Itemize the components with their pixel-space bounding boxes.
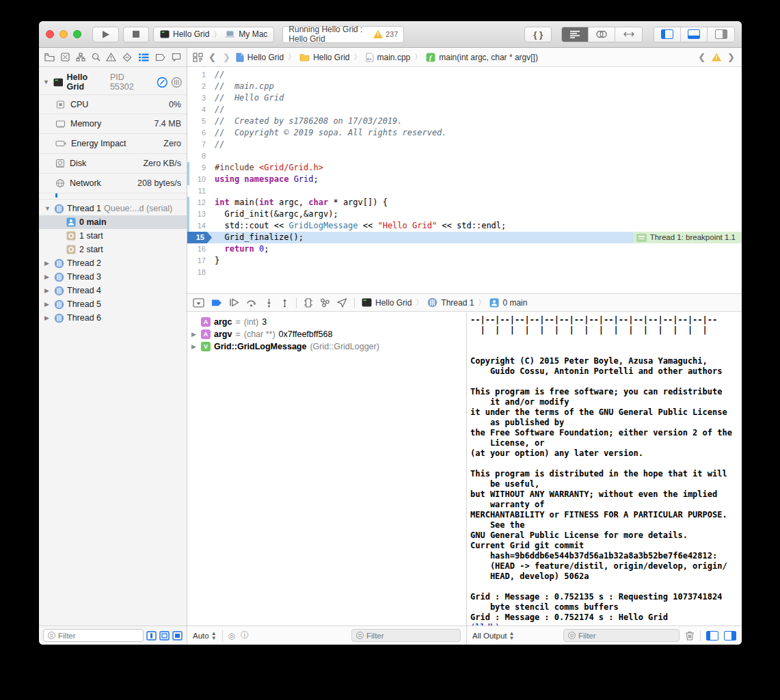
find-navigator-tab[interactable]	[92, 53, 100, 62]
scheme-selector[interactable]: Hello Grid 〉 My Mac	[153, 27, 274, 42]
line-number[interactable]: 18	[187, 267, 212, 278]
line-number[interactable]: 12	[187, 197, 212, 208]
line-number[interactable]: 2	[187, 81, 212, 92]
gauge-row-energy-impact[interactable]: Energy ImpactZero	[39, 134, 187, 154]
toggle-inspector-panel-button[interactable]	[708, 27, 734, 42]
line-number[interactable]: 9	[187, 162, 212, 174]
variable-row[interactable]: ▶VGrid::GridLogMessage(Grid::GridLogger)	[191, 340, 466, 353]
debugbar-crumb[interactable]: 0 main	[489, 298, 527, 308]
project-navigator-tab[interactable]	[44, 53, 55, 62]
variables-filter-field[interactable]	[351, 629, 461, 642]
line-number[interactable]: 6	[187, 127, 212, 139]
thread-row[interactable]: ▶Thread 6	[39, 311, 187, 325]
console-scope-selector[interactable]: All Output ▲▼	[472, 631, 514, 641]
disclosure-triangle-icon[interactable]: ▶	[44, 273, 51, 280]
process-row[interactable]: ▼ Hello Grid PID 55302	[39, 67, 187, 94]
toggle-console-view-button[interactable]	[724, 631, 736, 641]
issue-warning-icon[interactable]	[712, 53, 721, 62]
jumpbar-item[interactable]: Hello Grid	[299, 53, 349, 62]
stack-frame-row[interactable]: 0 main	[39, 215, 187, 229]
activity-viewer[interactable]: Running Hello Grid : Hello Grid 237	[282, 26, 404, 43]
quicklook-icon[interactable]: ◎	[228, 631, 235, 641]
line-number[interactable]: 8	[187, 150, 212, 162]
disclosure-triangle-icon[interactable]: ▶	[191, 331, 198, 338]
thread-row[interactable]: ▶Thread 2	[39, 256, 187, 270]
filter-stack-frames-button[interactable]	[159, 631, 170, 641]
line-number[interactable]: 1	[187, 69, 212, 81]
debugbar-crumb[interactable]: Hello Grid	[362, 298, 412, 308]
disclosure-triangle-icon[interactable]: ▶	[44, 314, 51, 321]
thread-row[interactable]: ▶Thread 5	[39, 297, 187, 311]
breakpoint-navigator-tab[interactable]	[155, 53, 165, 62]
standard-editor-button[interactable]	[562, 27, 589, 42]
variable-row[interactable]: Aargc=(int)3	[191, 316, 466, 328]
gauge-row-network[interactable]: Network208 bytes/s	[39, 174, 187, 193]
line-number[interactable]: 13	[187, 208, 212, 220]
info-icon[interactable]: ⓘ	[241, 630, 249, 641]
gauge-row-cpu[interactable]: CPU0%	[39, 94, 187, 114]
pause-process-button[interactable]	[157, 77, 168, 88]
related-items-icon[interactable]	[193, 53, 203, 62]
disclosure-triangle-icon[interactable]: ▶	[44, 260, 51, 267]
test-navigator-tab[interactable]	[122, 53, 132, 62]
line-number[interactable]: 5	[187, 116, 212, 127]
thread-row[interactable]: ▶Thread 4	[39, 284, 187, 297]
line-number[interactable]: 3	[187, 92, 212, 104]
line-number[interactable]: 17	[187, 255, 212, 267]
disclosure-triangle-icon[interactable]: ▶	[191, 343, 198, 350]
run-button[interactable]	[92, 27, 119, 42]
variables-view[interactable]: Aargc=(int)3▶Aargv=(char **)0x7ffeefbff5…	[187, 312, 466, 625]
line-number[interactable]: 10	[187, 174, 212, 185]
console-filter-field[interactable]	[563, 629, 680, 642]
line-number[interactable]: 11	[187, 185, 212, 197]
library-button[interactable]: { }	[524, 27, 552, 42]
toggle-debug-panel-button[interactable]	[681, 27, 708, 42]
line-number[interactable]: 7	[187, 139, 212, 150]
disclosure-triangle-icon[interactable]: ▶	[44, 287, 51, 294]
step-out-button[interactable]	[280, 298, 289, 308]
navigator-filter-input[interactable]	[58, 632, 139, 640]
line-number[interactable]: 4	[187, 104, 212, 116]
navigator-filter-field[interactable]	[43, 629, 144, 642]
gauge-row-memory[interactable]: Memory7.4 MB	[39, 114, 187, 134]
toggle-navigator-panel-button[interactable]	[654, 27, 681, 42]
filter-running-button[interactable]	[146, 631, 157, 641]
variables-filter-input[interactable]	[366, 632, 456, 640]
debug-view-hierarchy-button[interactable]	[304, 298, 313, 308]
filter-crashed-button[interactable]	[172, 631, 183, 641]
thread-row[interactable]: ▼Thread 1Queue:...d (serial)	[39, 202, 187, 215]
breakpoints-toggle-button[interactable]	[211, 299, 222, 307]
toggle-variables-view-button[interactable]	[706, 631, 718, 641]
warning-count-badge[interactable]: 237	[373, 30, 398, 38]
step-into-button[interactable]	[265, 298, 273, 308]
version-editor-button[interactable]	[615, 27, 642, 42]
previous-issue-button[interactable]: ❮	[697, 52, 707, 62]
line-number[interactable]: 16	[187, 243, 212, 255]
forward-button[interactable]: ❯	[221, 52, 232, 62]
breakpoint-marker[interactable]: 15	[187, 232, 212, 243]
stack-frame-row[interactable]: 1 start	[39, 229, 187, 243]
report-navigator-tab[interactable]	[172, 53, 181, 62]
back-button[interactable]: ❮	[207, 52, 217, 62]
debug-navigator-tab[interactable]	[138, 53, 149, 62]
disclosure-triangle-icon[interactable]: ▼	[43, 79, 50, 85]
view-mode-button[interactable]	[171, 77, 183, 88]
continue-button[interactable]	[229, 298, 239, 307]
zoom-window-button[interactable]	[73, 30, 81, 38]
clear-console-button[interactable]	[685, 630, 695, 641]
thread-row[interactable]: ▶Thread 3	[39, 270, 187, 284]
source-editor[interactable]: 1//2// main.cpp3// Hello Grid4//5// Crea…	[187, 67, 742, 293]
line-number[interactable]: 14	[187, 220, 212, 232]
jumpbar-item[interactable]: c+main.cpp	[366, 53, 411, 62]
source-control-navigator-tab[interactable]	[61, 53, 70, 62]
issue-navigator-tab[interactable]	[106, 53, 116, 62]
minimize-window-button[interactable]	[59, 30, 68, 38]
jumpbar-item[interactable]: Hello Grid	[236, 53, 284, 62]
debugbar-crumb[interactable]: Thread 1	[427, 297, 474, 308]
next-issue-button[interactable]: ❯	[726, 52, 736, 62]
disclosure-triangle-icon[interactable]: ▼	[44, 205, 51, 212]
stack-frame-row[interactable]: 2 start	[39, 243, 187, 256]
breakpoint-annotation[interactable]: Thread 1: breakpoint 1.1	[633, 232, 742, 243]
gauge-row-disk[interactable]: DiskZero KB/s	[39, 154, 187, 174]
console-filter-input[interactable]	[578, 632, 675, 640]
